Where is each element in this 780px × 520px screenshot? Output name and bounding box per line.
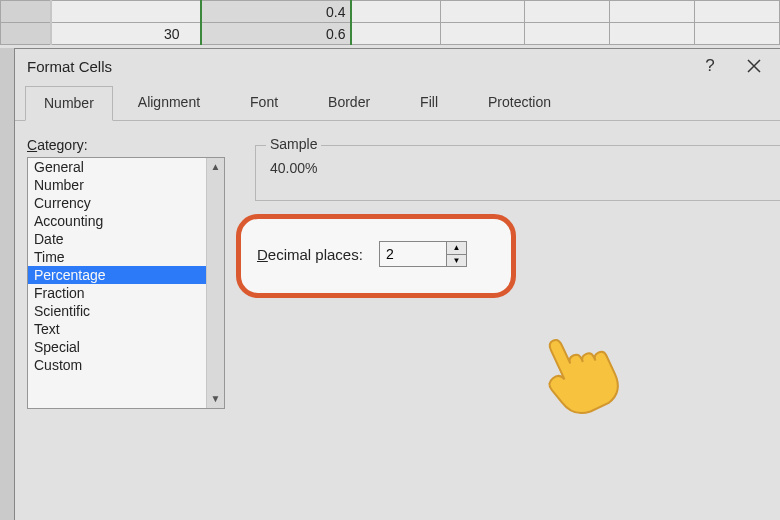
decimal-places-input[interactable]	[379, 241, 447, 267]
pointing-hand-icon	[520, 310, 640, 434]
row-header	[1, 1, 51, 23]
category-item-time[interactable]: Time	[28, 248, 206, 266]
annotation-highlight: Decimal places: ▲ ▼	[236, 214, 516, 298]
category-list[interactable]: General Number Currency Accounting Date …	[28, 158, 206, 408]
tab-protection[interactable]: Protection	[463, 85, 576, 120]
tab-fill[interactable]: Fill	[395, 85, 463, 120]
decimal-places-row: Decimal places: ▲ ▼	[241, 219, 511, 289]
tab-row: Number Alignment Font Border Fill Protec…	[15, 85, 780, 121]
close-button[interactable]	[740, 58, 768, 74]
tab-alignment[interactable]: Alignment	[113, 85, 225, 120]
cell	[440, 1, 525, 23]
category-item-currency[interactable]: Currency	[28, 194, 206, 212]
tab-content: Category: General Number Currency Accoun…	[15, 121, 780, 520]
category-item-custom[interactable]: Custom	[28, 356, 206, 374]
category-item-special[interactable]: Special	[28, 338, 206, 356]
cell	[610, 1, 695, 23]
row-header	[1, 23, 51, 45]
spinner-up-icon[interactable]: ▲	[447, 242, 466, 255]
sample-value: 40.00%	[270, 160, 770, 176]
chevron-down-icon[interactable]: ▼	[207, 390, 224, 408]
category-listbox: General Number Currency Accounting Date …	[27, 157, 225, 409]
right-pane: Sample 40.00%	[255, 137, 780, 201]
tab-number[interactable]: Number	[25, 86, 113, 121]
cell	[351, 23, 441, 45]
category-item-percentage[interactable]: Percentage	[28, 266, 206, 284]
category-item-accounting[interactable]: Accounting	[28, 212, 206, 230]
decimal-places-label: Decimal places:	[257, 246, 363, 263]
category-item-number[interactable]: Number	[28, 176, 206, 194]
sample-box: Sample 40.00%	[255, 145, 780, 201]
category-item-text[interactable]: Text	[28, 320, 206, 338]
category-item-date[interactable]: Date	[28, 230, 206, 248]
cell	[51, 1, 201, 23]
close-icon	[746, 58, 762, 74]
sample-label: Sample	[266, 136, 321, 152]
spreadsheet-background: 0.4 30 0.6	[0, 0, 780, 48]
tab-border[interactable]: Border	[303, 85, 395, 120]
category-item-general[interactable]: General	[28, 158, 206, 176]
cell	[351, 1, 441, 23]
decimal-places-control: ▲ ▼	[379, 241, 467, 267]
spinner-down-icon[interactable]: ▼	[447, 255, 466, 267]
dialog-title: Format Cells	[27, 58, 696, 75]
help-button[interactable]: ?	[696, 56, 724, 76]
cell	[440, 23, 525, 45]
cell	[695, 23, 780, 45]
decimal-places-spinner: ▲ ▼	[447, 241, 467, 267]
cell	[525, 23, 610, 45]
cell: 30	[51, 23, 201, 45]
category-item-scientific[interactable]: Scientific	[28, 302, 206, 320]
dialog-titlebar: Format Cells ?	[15, 49, 780, 83]
tab-font[interactable]: Font	[225, 85, 303, 120]
selected-cell: 0.6	[201, 23, 351, 45]
category-scrollbar[interactable]: ▲ ▼	[206, 158, 224, 408]
cell	[610, 23, 695, 45]
selected-cell: 0.4	[201, 1, 351, 23]
chevron-up-icon[interactable]: ▲	[207, 158, 224, 176]
cell	[695, 1, 780, 23]
category-item-fraction[interactable]: Fraction	[28, 284, 206, 302]
cell	[525, 1, 610, 23]
